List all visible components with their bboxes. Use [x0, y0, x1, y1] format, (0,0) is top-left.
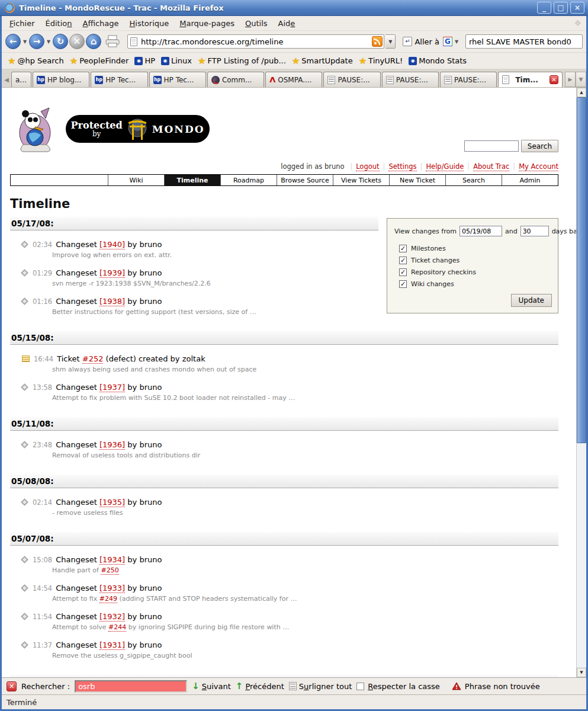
- tab-scroll-right-icon[interactable]: ▶: [565, 72, 576, 87]
- url-bar[interactable]: [127, 34, 384, 49]
- meta-link-help-guide[interactable]: Help/Guide: [426, 162, 464, 171]
- tab-scroll-left-icon[interactable]: ◀: [2, 72, 11, 87]
- trac-search-input[interactable]: [464, 140, 519, 152]
- bookmark-item[interactable]: ★PeopleFinder: [69, 55, 133, 66]
- forward-button[interactable]: →: [29, 34, 44, 49]
- browser-tab[interactable]: ΛOSMPA....: [265, 72, 322, 87]
- tab-close-icon[interactable]: ✕: [550, 75, 558, 84]
- maximize-button[interactable]: □: [554, 2, 568, 14]
- event-link[interactable]: [1933]: [99, 584, 125, 593]
- browser-tab[interactable]: PAUSE:...: [440, 72, 497, 87]
- browser-tab[interactable]: hpHP Tec...: [149, 72, 206, 87]
- browser-tab[interactable]: Comm...: [207, 72, 264, 87]
- event-link[interactable]: [1935]: [99, 498, 125, 507]
- search-engine-dropdown[interactable]: ▼: [454, 39, 460, 44]
- event-text: Changeset: [56, 297, 99, 306]
- nav-tab-browse-source[interactable]: Browse Source: [277, 175, 333, 185]
- browser-tab[interactable]: Tim...✕: [498, 72, 563, 87]
- filter-days-input[interactable]: [520, 226, 549, 236]
- menu-item-historique[interactable]: Historique: [124, 17, 175, 30]
- event-link[interactable]: [1936]: [99, 440, 125, 450]
- event-link[interactable]: [1938]: [99, 297, 125, 306]
- find-previous-button[interactable]: ↑ Précédent: [236, 682, 284, 691]
- checkbox-icon[interactable]: [356, 683, 364, 690]
- nav-tab-wiki[interactable]: Wiki: [108, 175, 164, 185]
- back-button[interactable]: ←: [5, 34, 21, 49]
- update-button[interactable]: Update: [511, 294, 552, 307]
- ticket-ref-link[interactable]: #250: [101, 566, 118, 575]
- bookmark-item[interactable]: ◉Mondo Stats: [407, 55, 470, 66]
- protected-by-mondo-badge[interactable]: Protected by MONDO: [66, 115, 210, 143]
- go-button[interactable]: Aller à: [413, 37, 442, 46]
- rss-feed-icon[interactable]: [372, 36, 383, 47]
- google-engine-icon[interactable]: G: [443, 37, 452, 46]
- checkbox-checked-icon[interactable]: ✓: [399, 245, 407, 252]
- mondo-penguin-logo[interactable]: [17, 103, 54, 153]
- back-dropdown-icon[interactable]: ▼: [22, 39, 28, 44]
- highlight-all-button[interactable]: Surligner tout: [289, 682, 352, 691]
- event-link[interactable]: [1934]: [99, 555, 125, 565]
- forward-dropdown-icon[interactable]: ▼: [46, 39, 52, 44]
- scroll-down-icon[interactable]: ▼: [577, 668, 586, 677]
- event-link[interactable]: [1931]: [99, 640, 125, 650]
- menu-item-édition[interactable]: Édition: [40, 17, 78, 30]
- findbar-close-icon[interactable]: ✕: [7, 681, 17, 691]
- nav-tab-roadmap[interactable]: Roadmap: [220, 175, 277, 185]
- bookmark-item[interactable]: ★FTP Listing of /pub...: [197, 55, 290, 66]
- event-link[interactable]: [1932]: [99, 612, 125, 622]
- close-button[interactable]: ×: [570, 2, 584, 14]
- menu-item-outils[interactable]: Outils: [240, 17, 273, 30]
- meta-link-settings[interactable]: Settings: [388, 162, 416, 171]
- menu-item-marque-pages[interactable]: Marque-pages: [174, 17, 240, 30]
- menu-item-affichage[interactable]: Affichage: [78, 17, 124, 30]
- ticket-ref-link[interactable]: #244: [108, 623, 126, 632]
- bookmark-item[interactable]: ◉HP: [133, 55, 159, 66]
- ticket-ref-link[interactable]: #249: [99, 595, 117, 603]
- find-next-button[interactable]: ↓ Suivant: [192, 682, 231, 691]
- meta-link-logout[interactable]: Logout: [356, 162, 379, 171]
- go-icon[interactable]: ↵: [403, 37, 412, 46]
- browser-tab[interactable]: hpHP Tec...: [91, 72, 147, 87]
- checkbox-checked-icon[interactable]: ✓: [399, 268, 407, 276]
- print-button[interactable]: [105, 35, 120, 48]
- minimize-button[interactable]: _: [537, 2, 551, 14]
- nav-tab-view-tickets[interactable]: View Tickets: [333, 175, 389, 185]
- browser-tab[interactable]: PAUSE:...: [382, 72, 439, 87]
- browser-tab[interactable]: a...: [11, 72, 31, 87]
- bookmark-item[interactable]: ★TinyURL!: [358, 55, 407, 66]
- event-link[interactable]: [1937]: [99, 383, 125, 392]
- bookmark-item[interactable]: ★SmartUpdate: [291, 55, 356, 66]
- trac-search-button[interactable]: Search: [521, 140, 558, 152]
- event-link[interactable]: [1940]: [99, 240, 125, 249]
- find-input[interactable]: [75, 680, 187, 693]
- bookmark-item[interactable]: ◉Linux: [160, 55, 195, 66]
- reload-button[interactable]: ↻: [53, 34, 68, 49]
- filter-date-input[interactable]: [460, 226, 502, 236]
- vertical-scrollbar[interactable]: ▲ ▼: [576, 88, 586, 677]
- nav-tab-admin[interactable]: Admin: [502, 175, 558, 185]
- menu-item-fichier[interactable]: Fichier: [4, 17, 40, 30]
- event-link[interactable]: [1939]: [99, 268, 125, 278]
- event-link[interactable]: #252: [82, 354, 104, 364]
- url-input[interactable]: [141, 37, 372, 46]
- nav-tab-search[interactable]: Search: [445, 175, 502, 185]
- tab-list-dropdown-icon[interactable]: ▼: [576, 72, 586, 87]
- meta-link-about-trac[interactable]: About Trac: [473, 162, 509, 171]
- checkbox-checked-icon[interactable]: ✓: [399, 280, 407, 288]
- home-button[interactable]: ⌂: [86, 34, 101, 49]
- event-head: 01:16Changeset [1938] by bruno: [10, 297, 378, 306]
- menu-item-aide[interactable]: Aide: [273, 17, 301, 30]
- browser-tab[interactable]: PAUSE:...: [323, 72, 380, 87]
- scrollbar-thumb[interactable]: [577, 97, 586, 443]
- url-history-dropdown[interactable]: ▼: [385, 34, 396, 49]
- meta-link-my-account[interactable]: My Account: [519, 162, 558, 171]
- bookmark-item[interactable]: ★@hp Search: [7, 55, 68, 66]
- scroll-up-icon[interactable]: ▲: [577, 88, 586, 97]
- stop-button[interactable]: ✕: [69, 34, 85, 49]
- browser-tab[interactable]: hpHP blog...: [33, 72, 89, 87]
- nav-tab-timeline[interactable]: Timeline: [164, 175, 220, 185]
- web-search-input[interactable]: [465, 34, 583, 49]
- checkbox-checked-icon[interactable]: ✓: [399, 257, 407, 264]
- match-case-checkbox[interactable]: Respecter la casse: [356, 682, 440, 691]
- nav-tab-new-ticket[interactable]: New Ticket: [389, 175, 445, 185]
